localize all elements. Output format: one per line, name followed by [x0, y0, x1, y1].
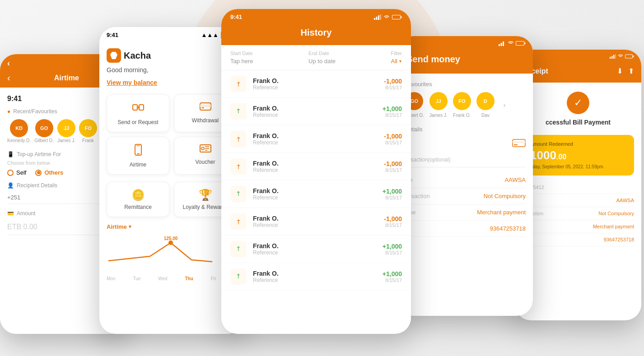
favourites-label: Favourites: [405, 81, 526, 88]
transaction-details: Frank O. Reference: [253, 105, 376, 118]
withdrawal-icon: [199, 101, 212, 115]
details-label: Details: [405, 126, 526, 133]
svg-rect-17: [374, 18, 375, 20]
svg-rect-36: [615, 54, 616, 59]
transaction-details: Frank O. Reference: [253, 77, 378, 91]
action-remittance[interactable]: 🪙 Remittance: [107, 182, 169, 217]
transaction-name: Frank O.: [253, 187, 376, 194]
chart-dropdown-icon[interactable]: ▾: [129, 224, 131, 230]
svg-rect-38: [633, 55, 634, 57]
amount-redeemed-card: Amount Redeemed 1000.00 nday, September …: [522, 135, 634, 176]
voucher-label: Voucher: [195, 159, 215, 165]
action-grid: Send or Request Withdrawal: [107, 94, 237, 175]
avatar-go[interactable]: GO: [35, 119, 53, 137]
transaction-date: 8/15/17: [383, 195, 402, 200]
transaction-detail-row: ansaction Not Compulsory: [405, 188, 526, 204]
kacha-svg-icon: [109, 51, 118, 60]
transaction-optional-label: ansaction(optional): [405, 157, 450, 163]
arrow-up-icon: ↗: [234, 217, 243, 226]
send-avatar-fo[interactable]: FO Frank O.: [453, 92, 471, 118]
action-row2: 🪙 Remittance 🏆 Loyalty & Rewards: [107, 182, 237, 217]
avatar-fo[interactable]: FO: [79, 119, 97, 137]
wifi-icon: [383, 14, 390, 20]
withdrawal-label: Withdrawal: [192, 117, 219, 124]
start-date-col[interactable]: Start Date Tap here: [230, 51, 253, 65]
transaction-details: Frank O. Reference: [253, 132, 378, 146]
send-content: Favourites GO Gilbert O. JJ James J. FO …: [397, 74, 533, 308]
transaction-details: Frank O. Reference: [253, 270, 376, 283]
send-avatar-jj[interactable]: JJ James J.: [429, 92, 448, 118]
avatar-d-send: D: [476, 92, 495, 110]
send-avatar-d[interactable]: D Dav: [476, 92, 495, 118]
svg-rect-33: [610, 57, 611, 59]
transaction-details: Frank O. Reference: [253, 242, 376, 256]
signal-icon-send: [499, 41, 506, 46]
svg-rect-5: [200, 105, 211, 107]
svg-rect-24: [499, 44, 500, 46]
back-icon[interactable]: ‹: [7, 59, 10, 68]
radio-self-dot: [7, 170, 14, 176]
radio-others[interactable]: Others: [35, 169, 63, 176]
end-date-value: Up to date: [308, 58, 336, 65]
history-list: ↗ Frank O. Reference -1,000 8/15/17 ↙ Fr…: [221, 70, 411, 332]
receipt-signals: [610, 54, 634, 59]
start-date-value: Tap here: [230, 58, 253, 65]
transaction-details: Frank O. Reference: [253, 215, 378, 228]
dashboard-time: 9:41: [107, 32, 118, 38]
transaction-name: Frank O.: [253, 132, 378, 139]
wifi-icon-send: [508, 41, 514, 46]
transaction-ref: Reference: [253, 250, 376, 256]
radio-self[interactable]: Self: [7, 169, 26, 176]
svg-point-11: [201, 147, 204, 150]
view-balance-link[interactable]: View my balance: [107, 79, 237, 86]
history-item: ↗ Frank O. Reference -1,000 8/15/17: [221, 208, 411, 236]
history-item: ↗ Frank O. Reference -1,000 8/15/17: [221, 125, 411, 153]
card-icon-row: [405, 138, 526, 148]
svg-rect-1: [133, 105, 137, 110]
transaction-name: Frank O.: [253, 77, 378, 84]
transaction-arrow-in: ↙: [230, 241, 247, 257]
history-time: 9:41: [230, 14, 242, 20]
share-icon[interactable]: ⬆: [628, 67, 634, 75]
receipt-transaction-row: ansaction Not Compulsory: [522, 207, 634, 220]
battery-icon: [392, 14, 402, 20]
transaction-name: Frank O.: [253, 270, 376, 277]
airtime-icon: [133, 143, 143, 159]
filter-col[interactable]: Filter All ▾: [391, 51, 402, 65]
receipt-id-val: 93647253718: [604, 237, 634, 242]
end-date-col[interactable]: End Date Up to date: [308, 51, 336, 65]
kacha-icon: [107, 48, 121, 63]
history-header: History: [221, 23, 411, 45]
avatar-jj[interactable]: JJ: [57, 119, 75, 137]
filter-bar: Start Date Tap here End Date Up to date …: [221, 45, 411, 70]
action-send-request[interactable]: Send or Request: [107, 94, 169, 132]
download-icon[interactable]: ⬇: [617, 67, 623, 75]
transaction-detail-val: Not Compulsory: [484, 193, 526, 199]
action-airtime[interactable]: Airtime: [107, 137, 169, 175]
receipt-rows: 42865412 me AAWSA ansaction Not Compulso…: [515, 181, 641, 246]
filter-arrow-icon: ▾: [399, 59, 401, 64]
avatar-jj-send: JJ: [429, 92, 448, 110]
loyalty-icon: 🏆: [199, 189, 212, 201]
transaction-amount: +1,000: [383, 243, 402, 250]
history-item: ↗ Frank O. Reference -1,000 8/15/17: [221, 153, 411, 180]
transaction-date: 8/15/17: [384, 222, 402, 228]
chart-container: 125.00: [107, 234, 237, 274]
svg-rect-34: [611, 56, 613, 59]
card-icon: [512, 138, 526, 148]
svg-rect-26: [503, 42, 504, 46]
transaction-amount: -1,000: [384, 215, 402, 222]
transaction-name: Frank O.: [253, 242, 376, 250]
transaction-arrow-out: ↗: [230, 213, 247, 230]
transaction-amount-col: -1,000 8/15/17: [384, 78, 402, 90]
receipt-name-row: me AAWSA: [522, 194, 634, 207]
arrow-down-icon: ↙: [234, 245, 243, 254]
svg-point-15: [168, 240, 173, 245]
avatar-kd[interactable]: KD: [10, 119, 28, 137]
send-title: Send money: [406, 54, 460, 64]
receipt-actions: ⬇ ⬆: [617, 67, 634, 75]
airtime-back-btn[interactable]: ‹: [7, 73, 10, 83]
svg-rect-22: [401, 16, 402, 18]
send-request-icon: [132, 101, 145, 116]
svg-rect-18: [376, 17, 378, 20]
